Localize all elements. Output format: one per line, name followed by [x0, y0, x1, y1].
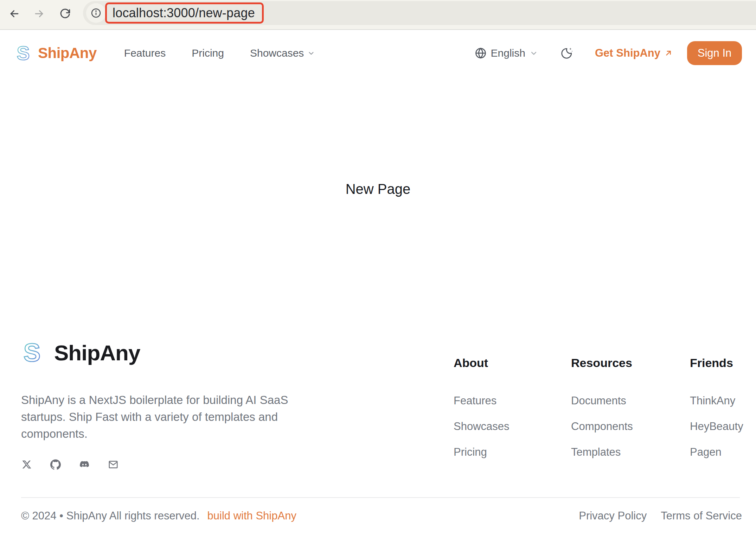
privacy-policy-link[interactable]: Privacy Policy: [579, 510, 647, 522]
back-arrow-icon: [8, 8, 20, 20]
column-title: Resources: [571, 356, 633, 370]
footer-link-templates[interactable]: Templates: [571, 447, 633, 457]
language-selector[interactable]: English: [475, 47, 538, 59]
info-icon: [91, 8, 101, 18]
language-label: English: [491, 47, 525, 59]
chevron-down-icon: [530, 49, 538, 57]
url-highlight-box[interactable]: localhost:3000/new-page: [105, 2, 264, 24]
site-header: S ShipAny Features Pricing Showcases Eng…: [0, 30, 756, 76]
footer-column-resources: Resources Documents Components Templates: [571, 356, 633, 472]
footer-link-features[interactable]: Features: [454, 395, 510, 406]
shipany-logo-icon: S: [20, 339, 44, 367]
chevron-down-icon: [307, 49, 315, 57]
footer-link-thinkany[interactable]: ThinkAny: [690, 395, 743, 406]
footer-link-components[interactable]: Components: [571, 421, 633, 432]
shipany-logo-icon: S: [14, 43, 32, 63]
terms-of-service-link[interactable]: Terms of Service: [661, 510, 742, 522]
footer-column-friends: Friends ThinkAny HeyBeauty Pagen: [690, 356, 743, 472]
column-title: About: [454, 356, 510, 370]
discord-icon[interactable]: [79, 459, 90, 470]
mail-icon[interactable]: [108, 459, 119, 470]
get-shipany-link[interactable]: Get ShipAny: [595, 47, 673, 59]
footer-link-showcases[interactable]: Showcases: [454, 421, 510, 432]
browser-back-button[interactable]: [8, 7, 21, 20]
browser-window: localhost:3000/new-page S ShipAny Featur…: [0, 0, 756, 537]
page-title: New Page: [0, 76, 756, 197]
site-info-button[interactable]: [86, 3, 106, 23]
forward-arrow-icon: [33, 8, 45, 20]
legal-links: Privacy Policy Terms of Service: [579, 510, 742, 522]
brand-name: ShipAny: [38, 45, 97, 62]
social-links: [21, 459, 119, 470]
footer-link-pricing[interactable]: Pricing: [454, 447, 510, 457]
footer-divider: [21, 497, 740, 498]
build-with-shipany-link[interactable]: build with ShipAny: [207, 510, 296, 522]
sign-in-button[interactable]: Sign In: [687, 41, 742, 65]
address-bar[interactable]: localhost:3000/new-page: [83, 1, 756, 25]
footer-column-about: About Features Showcases Pricing: [454, 356, 510, 472]
footer-logo: S ShipAny: [20, 339, 140, 367]
nav-showcases[interactable]: Showcases: [250, 47, 315, 59]
github-icon[interactable]: [50, 459, 61, 470]
column-title: Friends: [690, 356, 743, 370]
arrow-up-right-icon: [664, 49, 673, 58]
copyright-text: © 2024 • ShipAny All rights reserved.: [21, 510, 200, 522]
header-actions: English Get ShipAny Sign In: [475, 41, 742, 65]
url-text: localhost:3000/new-page: [113, 6, 255, 20]
svg-text:S: S: [24, 339, 40, 367]
header-logo[interactable]: S ShipAny: [14, 43, 97, 63]
main-content: New Page: [0, 76, 756, 334]
reload-icon: [59, 8, 71, 20]
site-footer: S ShipAny ShipAny is a NextJS boilerplat…: [0, 334, 756, 537]
nav-features[interactable]: Features: [124, 47, 166, 59]
footer-link-documents[interactable]: Documents: [571, 395, 633, 406]
x-icon[interactable]: [21, 459, 32, 470]
footer-link-pagen[interactable]: Pagen: [690, 447, 743, 457]
nav-pricing[interactable]: Pricing: [192, 47, 224, 59]
svg-text:S: S: [17, 43, 30, 63]
footer-brand-name: ShipAny: [54, 340, 140, 365]
globe-icon: [475, 47, 487, 59]
browser-reload-button[interactable]: [58, 7, 72, 20]
browser-forward-button[interactable]: [32, 7, 46, 20]
footer-description: ShipAny is a NextJS boilerplate for buil…: [21, 392, 294, 442]
main-nav: Features Pricing Showcases: [124, 47, 315, 59]
browser-chrome: localhost:3000/new-page: [0, 0, 756, 30]
footer-link-heybeauty[interactable]: HeyBeauty: [690, 421, 743, 432]
dark-mode-toggle[interactable]: [560, 46, 574, 60]
footer-bottom-bar: © 2024 • ShipAny All rights reserved. bu…: [21, 510, 742, 522]
moon-star-icon: [560, 47, 573, 59]
